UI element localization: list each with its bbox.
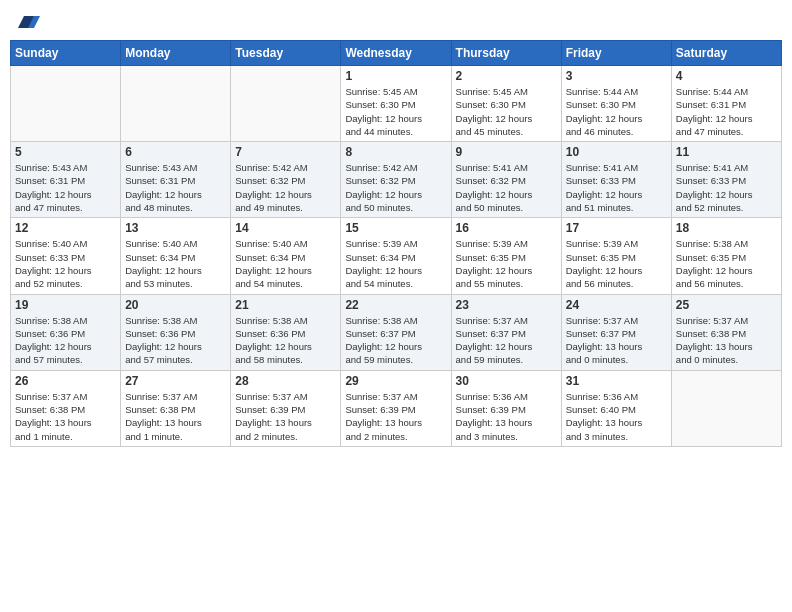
day-info: Sunrise: 5:41 AM Sunset: 6:33 PM Dayligh…	[566, 161, 667, 214]
day-number: 11	[676, 145, 777, 159]
calendar-day-cell: 24Sunrise: 5:37 AM Sunset: 6:37 PM Dayli…	[561, 294, 671, 370]
day-number: 22	[345, 298, 446, 312]
day-info: Sunrise: 5:36 AM Sunset: 6:39 PM Dayligh…	[456, 390, 557, 443]
day-info: Sunrise: 5:37 AM Sunset: 6:39 PM Dayligh…	[235, 390, 336, 443]
day-number: 27	[125, 374, 226, 388]
calendar-day-cell: 15Sunrise: 5:39 AM Sunset: 6:34 PM Dayli…	[341, 218, 451, 294]
day-number: 12	[15, 221, 116, 235]
column-header-friday: Friday	[561, 41, 671, 66]
day-number: 21	[235, 298, 336, 312]
day-info: Sunrise: 5:39 AM Sunset: 6:35 PM Dayligh…	[456, 237, 557, 290]
column-header-thursday: Thursday	[451, 41, 561, 66]
day-number: 2	[456, 69, 557, 83]
day-info: Sunrise: 5:38 AM Sunset: 6:36 PM Dayligh…	[125, 314, 226, 367]
day-info: Sunrise: 5:37 AM Sunset: 6:37 PM Dayligh…	[456, 314, 557, 367]
calendar-day-cell: 5Sunrise: 5:43 AM Sunset: 6:31 PM Daylig…	[11, 142, 121, 218]
day-info: Sunrise: 5:43 AM Sunset: 6:31 PM Dayligh…	[125, 161, 226, 214]
calendar-day-cell: 11Sunrise: 5:41 AM Sunset: 6:33 PM Dayli…	[671, 142, 781, 218]
column-header-sunday: Sunday	[11, 41, 121, 66]
day-number: 1	[345, 69, 446, 83]
day-number: 31	[566, 374, 667, 388]
day-info: Sunrise: 5:39 AM Sunset: 6:35 PM Dayligh…	[566, 237, 667, 290]
page-header	[10, 10, 782, 32]
calendar-day-cell: 25Sunrise: 5:37 AM Sunset: 6:38 PM Dayli…	[671, 294, 781, 370]
calendar-day-cell: 10Sunrise: 5:41 AM Sunset: 6:33 PM Dayli…	[561, 142, 671, 218]
calendar-table: SundayMondayTuesdayWednesdayThursdayFrid…	[10, 40, 782, 447]
calendar-day-cell: 14Sunrise: 5:40 AM Sunset: 6:34 PM Dayli…	[231, 218, 341, 294]
day-info: Sunrise: 5:37 AM Sunset: 6:37 PM Dayligh…	[566, 314, 667, 367]
day-info: Sunrise: 5:45 AM Sunset: 6:30 PM Dayligh…	[345, 85, 446, 138]
logo	[14, 10, 42, 32]
day-number: 28	[235, 374, 336, 388]
logo-icon	[18, 10, 40, 32]
day-info: Sunrise: 5:42 AM Sunset: 6:32 PM Dayligh…	[345, 161, 446, 214]
calendar-day-cell: 21Sunrise: 5:38 AM Sunset: 6:36 PM Dayli…	[231, 294, 341, 370]
calendar-day-cell: 22Sunrise: 5:38 AM Sunset: 6:37 PM Dayli…	[341, 294, 451, 370]
calendar-day-cell: 27Sunrise: 5:37 AM Sunset: 6:38 PM Dayli…	[121, 370, 231, 446]
day-number: 7	[235, 145, 336, 159]
day-number: 6	[125, 145, 226, 159]
day-info: Sunrise: 5:37 AM Sunset: 6:38 PM Dayligh…	[15, 390, 116, 443]
calendar-week-row: 5Sunrise: 5:43 AM Sunset: 6:31 PM Daylig…	[11, 142, 782, 218]
day-number: 18	[676, 221, 777, 235]
calendar-day-cell: 1Sunrise: 5:45 AM Sunset: 6:30 PM Daylig…	[341, 66, 451, 142]
day-number: 17	[566, 221, 667, 235]
day-info: Sunrise: 5:36 AM Sunset: 6:40 PM Dayligh…	[566, 390, 667, 443]
calendar-week-row: 1Sunrise: 5:45 AM Sunset: 6:30 PM Daylig…	[11, 66, 782, 142]
calendar-week-row: 12Sunrise: 5:40 AM Sunset: 6:33 PM Dayli…	[11, 218, 782, 294]
day-number: 4	[676, 69, 777, 83]
day-info: Sunrise: 5:38 AM Sunset: 6:37 PM Dayligh…	[345, 314, 446, 367]
day-info: Sunrise: 5:44 AM Sunset: 6:30 PM Dayligh…	[566, 85, 667, 138]
calendar-day-cell: 26Sunrise: 5:37 AM Sunset: 6:38 PM Dayli…	[11, 370, 121, 446]
day-info: Sunrise: 5:37 AM Sunset: 6:39 PM Dayligh…	[345, 390, 446, 443]
calendar-day-cell: 8Sunrise: 5:42 AM Sunset: 6:32 PM Daylig…	[341, 142, 451, 218]
day-info: Sunrise: 5:40 AM Sunset: 6:34 PM Dayligh…	[235, 237, 336, 290]
day-number: 29	[345, 374, 446, 388]
calendar-day-cell: 6Sunrise: 5:43 AM Sunset: 6:31 PM Daylig…	[121, 142, 231, 218]
day-number: 5	[15, 145, 116, 159]
column-header-monday: Monday	[121, 41, 231, 66]
calendar-day-cell: 16Sunrise: 5:39 AM Sunset: 6:35 PM Dayli…	[451, 218, 561, 294]
day-info: Sunrise: 5:45 AM Sunset: 6:30 PM Dayligh…	[456, 85, 557, 138]
column-header-tuesday: Tuesday	[231, 41, 341, 66]
day-info: Sunrise: 5:38 AM Sunset: 6:35 PM Dayligh…	[676, 237, 777, 290]
day-number: 23	[456, 298, 557, 312]
calendar-day-cell	[671, 370, 781, 446]
day-number: 3	[566, 69, 667, 83]
day-info: Sunrise: 5:38 AM Sunset: 6:36 PM Dayligh…	[15, 314, 116, 367]
calendar-day-cell: 18Sunrise: 5:38 AM Sunset: 6:35 PM Dayli…	[671, 218, 781, 294]
day-number: 26	[15, 374, 116, 388]
day-info: Sunrise: 5:44 AM Sunset: 6:31 PM Dayligh…	[676, 85, 777, 138]
calendar-day-cell: 2Sunrise: 5:45 AM Sunset: 6:30 PM Daylig…	[451, 66, 561, 142]
day-info: Sunrise: 5:41 AM Sunset: 6:33 PM Dayligh…	[676, 161, 777, 214]
calendar-day-cell	[11, 66, 121, 142]
day-number: 24	[566, 298, 667, 312]
day-info: Sunrise: 5:43 AM Sunset: 6:31 PM Dayligh…	[15, 161, 116, 214]
day-info: Sunrise: 5:37 AM Sunset: 6:38 PM Dayligh…	[676, 314, 777, 367]
day-number: 16	[456, 221, 557, 235]
day-info: Sunrise: 5:39 AM Sunset: 6:34 PM Dayligh…	[345, 237, 446, 290]
day-number: 13	[125, 221, 226, 235]
calendar-day-cell: 4Sunrise: 5:44 AM Sunset: 6:31 PM Daylig…	[671, 66, 781, 142]
calendar-day-cell: 3Sunrise: 5:44 AM Sunset: 6:30 PM Daylig…	[561, 66, 671, 142]
day-info: Sunrise: 5:38 AM Sunset: 6:36 PM Dayligh…	[235, 314, 336, 367]
day-number: 19	[15, 298, 116, 312]
calendar-day-cell	[121, 66, 231, 142]
day-number: 25	[676, 298, 777, 312]
day-number: 30	[456, 374, 557, 388]
day-info: Sunrise: 5:37 AM Sunset: 6:38 PM Dayligh…	[125, 390, 226, 443]
calendar-day-cell: 7Sunrise: 5:42 AM Sunset: 6:32 PM Daylig…	[231, 142, 341, 218]
day-number: 15	[345, 221, 446, 235]
day-number: 8	[345, 145, 446, 159]
calendar-day-cell: 28Sunrise: 5:37 AM Sunset: 6:39 PM Dayli…	[231, 370, 341, 446]
day-number: 14	[235, 221, 336, 235]
calendar-day-cell: 19Sunrise: 5:38 AM Sunset: 6:36 PM Dayli…	[11, 294, 121, 370]
calendar-day-cell: 13Sunrise: 5:40 AM Sunset: 6:34 PM Dayli…	[121, 218, 231, 294]
calendar-day-cell	[231, 66, 341, 142]
column-header-saturday: Saturday	[671, 41, 781, 66]
calendar-day-cell: 30Sunrise: 5:36 AM Sunset: 6:39 PM Dayli…	[451, 370, 561, 446]
calendar-day-cell: 31Sunrise: 5:36 AM Sunset: 6:40 PM Dayli…	[561, 370, 671, 446]
calendar-day-cell: 17Sunrise: 5:39 AM Sunset: 6:35 PM Dayli…	[561, 218, 671, 294]
day-info: Sunrise: 5:40 AM Sunset: 6:34 PM Dayligh…	[125, 237, 226, 290]
calendar-day-cell: 23Sunrise: 5:37 AM Sunset: 6:37 PM Dayli…	[451, 294, 561, 370]
